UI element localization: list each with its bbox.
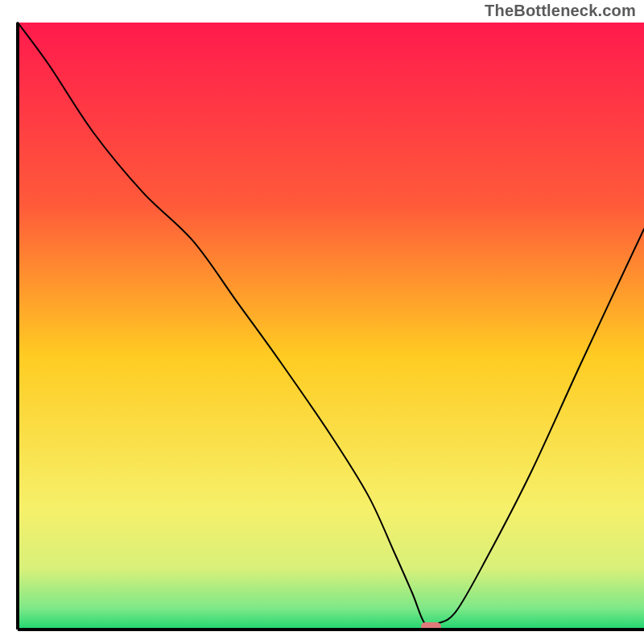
gradient-background <box>18 23 644 630</box>
bottleneck-chart: TheBottleneck.com <box>0 0 644 644</box>
chart-svg <box>0 0 644 644</box>
watermark-label: TheBottleneck.com <box>485 2 636 20</box>
